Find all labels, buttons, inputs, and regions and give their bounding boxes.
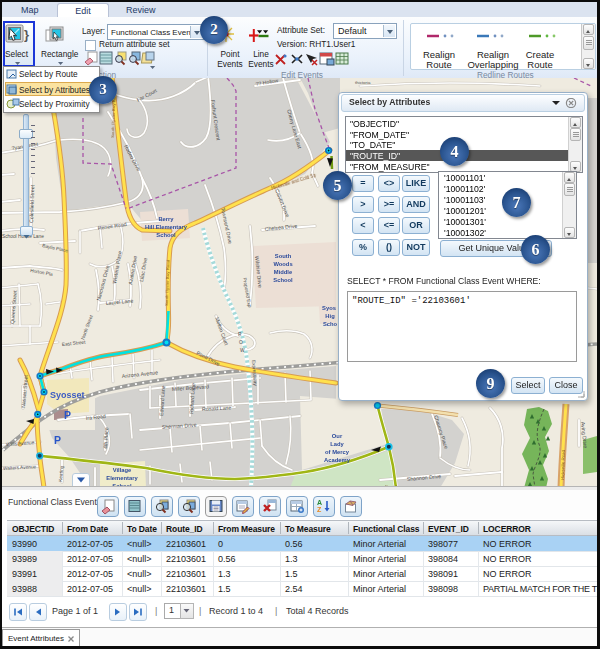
svg-text:Aving Drive: Aving Drive: [580, 421, 589, 448]
svg-text:Hill Elementary: Hill Elementary: [145, 224, 188, 230]
svg-text:South: South: [275, 253, 292, 259]
svg-text:of Mercy: of Mercy: [325, 449, 350, 455]
svg-text:Syos: Syos: [322, 305, 336, 311]
svg-text:East Street: East Street: [62, 339, 87, 347]
svg-text:Calvert Drive: Calvert Drive: [274, 188, 291, 218]
svg-text:Hicksville Road: Hicksville Road: [560, 449, 566, 480]
svg-text:Lady: Lady: [330, 441, 344, 447]
svg-text:Queens Street: Queens Street: [9, 290, 18, 324]
svg-text:Academy: Academy: [324, 457, 351, 463]
svg-text:}: }: [24, 27, 29, 42]
svg-text:Walters Avenue: Walters Avenue: [3, 464, 37, 471]
svg-text:Village: Village: [113, 467, 132, 473]
svg-text:thictoria: thictoria: [355, 80, 371, 85]
svg-text:Z: Z: [317, 506, 322, 513]
svg-text:Arizona Avenue: Arizona Avenue: [121, 369, 158, 379]
svg-text:P: P: [54, 434, 61, 446]
svg-text:Woods: Woods: [273, 261, 292, 267]
svg-text:Syosset: Syosset: [50, 390, 85, 400]
svg-text:R: R: [238, 332, 242, 337]
svg-text:A: A: [317, 499, 322, 506]
svg-text:Chelsea Drive: Chelsea Drive: [264, 223, 297, 232]
svg-text:Willis Avenue: Willis Avenue: [6, 440, 35, 447]
svg-text:School: School: [156, 232, 176, 238]
svg-text:Scho: Scho: [323, 321, 338, 327]
svg-text:Middle: Middle: [274, 269, 293, 275]
svg-text:Nassau Street: Nassau Street: [20, 374, 29, 408]
svg-text:Hig: Hig: [325, 313, 335, 319]
svg-text:Berry: Berry: [158, 216, 174, 222]
svg-text:W: W: [240, 348, 245, 353]
svg-text:P: P: [64, 409, 71, 421]
svg-text:Our: Our: [332, 433, 343, 439]
svg-text:O: O: [239, 340, 243, 345]
svg-text:Elementary: Elementary: [106, 475, 138, 481]
svg-text:North Street: North Street: [80, 314, 94, 341]
svg-text:School: School: [273, 277, 293, 283]
svg-text:Lilac Drive: Lilac Drive: [138, 257, 148, 282]
